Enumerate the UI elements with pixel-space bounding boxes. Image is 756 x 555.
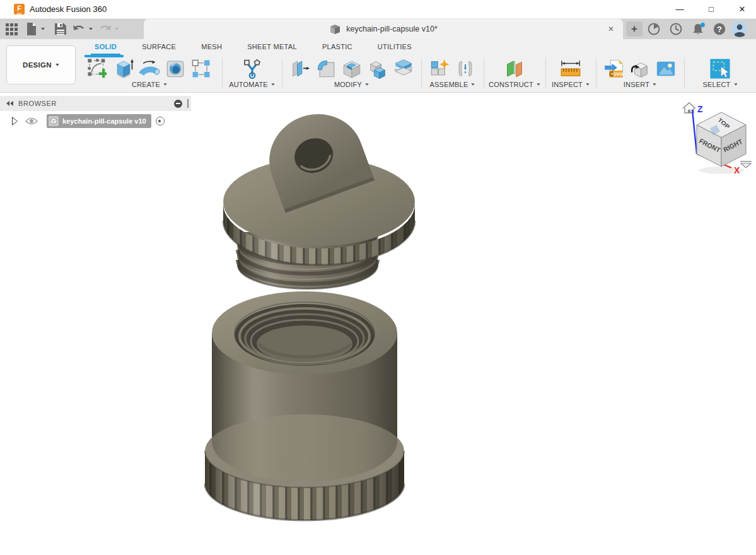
- logo-letter: F: [17, 4, 21, 12]
- minimize-button[interactable]: —: [666, 0, 694, 19]
- automate-icon: [241, 58, 263, 79]
- construct-plane-button[interactable]: [503, 57, 526, 80]
- redo-icon: [98, 23, 112, 35]
- z-axis-label: Z: [697, 104, 703, 114]
- joint-icon: [455, 58, 476, 79]
- save-button[interactable]: [53, 21, 68, 37]
- title-bar: F360 Autodesk Fusion 360 — □ ✕: [0, 0, 756, 19]
- app-grid-icon[interactable]: [4, 21, 19, 37]
- maximize-button[interactable]: □: [697, 0, 725, 19]
- tab-plastic[interactable]: PLASTIC: [310, 39, 365, 56]
- group-insert-label[interactable]: INSERT: [624, 81, 649, 88]
- ribbon-tab-bar: SOLID SURFACE MESH SHEET METAL PLASTIC U…: [82, 39, 424, 56]
- extensions-button[interactable]: [647, 22, 661, 36]
- job-status-button[interactable]: [669, 22, 683, 36]
- notifications-button[interactable]: [691, 22, 705, 36]
- group-select-label[interactable]: SELECT: [703, 81, 731, 88]
- hole-icon: [165, 58, 186, 79]
- group-create: CREATE: [77, 56, 222, 92]
- model-canvas[interactable]: BROWSER keychain-pill-capsule v10: [0, 93, 756, 555]
- hole-button[interactable]: [164, 57, 187, 80]
- tab-utilities[interactable]: UTILITIES: [365, 39, 424, 56]
- combine-button[interactable]: [366, 57, 389, 80]
- group-inspect-label[interactable]: INSPECT: [552, 81, 583, 88]
- redo-caret[interactable]: [113, 21, 120, 37]
- undo-caret[interactable]: [87, 21, 95, 37]
- tab-solid[interactable]: SOLID: [82, 39, 129, 56]
- panel-collapse-icon[interactable]: [6, 101, 13, 106]
- svg-text:?: ?: [717, 25, 722, 34]
- derive-button[interactable]: [629, 57, 651, 80]
- extrude-icon: [113, 58, 134, 79]
- fusion360-window: F360 Autodesk Fusion 360 — □ ✕: [0, 0, 756, 555]
- new-component-icon: [429, 58, 450, 79]
- split-body-icon: [393, 58, 414, 79]
- revolve-button[interactable]: [138, 57, 161, 80]
- model-body[interactable]: [205, 291, 404, 520]
- view-cube[interactable]: Z X TOP FRONT RIGHT: [676, 96, 756, 177]
- document-tab[interactable]: keychain-pill-capsule v10* ✕: [144, 19, 623, 39]
- browser-header: BROWSER: [0, 96, 191, 111]
- redo-button[interactable]: [98, 21, 113, 37]
- model-cap[interactable]: [223, 101, 415, 289]
- model-3d-view[interactable]: [0, 93, 756, 555]
- split-body-button[interactable]: [392, 57, 415, 80]
- quick-access-bar: keychain-pill-capsule v10* ✕ +: [0, 19, 756, 39]
- press-pull-button[interactable]: [289, 57, 311, 80]
- shell-icon: [341, 58, 363, 79]
- create-sketch-button[interactable]: [86, 57, 109, 80]
- component-item-chip[interactable]: keychain-pill-capsule v10: [47, 114, 151, 128]
- user-avatar[interactable]: [731, 21, 748, 37]
- fusion-logo-icon: F360: [14, 4, 25, 15]
- select-button[interactable]: [709, 57, 731, 80]
- expand-caret-icon[interactable]: [13, 117, 18, 125]
- extrude-button[interactable]: [112, 57, 135, 80]
- fillet-button[interactable]: [315, 57, 337, 80]
- tab-surface[interactable]: SURFACE: [129, 39, 189, 56]
- insert-svg-icon: SVG: [603, 58, 625, 79]
- avatar-icon: [731, 21, 748, 37]
- press-pull-icon: [289, 58, 311, 79]
- component-item-label: keychain-pill-capsule v10: [62, 117, 146, 125]
- group-construct-label[interactable]: CONSTRUCT: [489, 81, 533, 88]
- new-component-button[interactable]: [428, 57, 451, 80]
- new-tab-button[interactable]: +: [626, 21, 643, 37]
- fillet-icon: [315, 58, 337, 79]
- insert-svg-button[interactable]: SVG: [603, 57, 625, 80]
- visibility-eye-icon[interactable]: [25, 117, 38, 126]
- canvas-button[interactable]: [654, 57, 677, 80]
- automate-button[interactable]: [241, 57, 264, 80]
- joint-button[interactable]: [454, 57, 477, 80]
- panel-remove-icon[interactable]: [174, 100, 182, 108]
- group-modify-label[interactable]: MODIFY: [334, 81, 362, 88]
- pattern-button[interactable]: [190, 57, 212, 80]
- insert-derive-icon: [629, 58, 651, 79]
- document-cube-icon: [329, 24, 341, 35]
- group-create-label[interactable]: CREATE: [132, 81, 160, 88]
- group-select: SELECT: [684, 56, 756, 92]
- file-icon: [26, 23, 37, 35]
- group-assemble: ASSEMBLE: [421, 56, 484, 92]
- revolve-icon: [139, 58, 160, 79]
- tab-mesh[interactable]: MESH: [189, 39, 235, 56]
- viewcube-menu-icon[interactable]: [740, 161, 752, 168]
- browser-title: BROWSER: [18, 100, 174, 107]
- group-assemble-label[interactable]: ASSEMBLE: [430, 81, 468, 88]
- measure-button[interactable]: [558, 57, 583, 80]
- shell-button[interactable]: [340, 57, 363, 80]
- browser-tree-item[interactable]: keychain-pill-capsule v10: [0, 114, 165, 129]
- component-cube-icon: [49, 116, 59, 126]
- undo-button[interactable]: [71, 21, 86, 37]
- file-menu-caret[interactable]: [39, 21, 47, 37]
- select-icon: [709, 58, 731, 79]
- close-button[interactable]: ✕: [728, 0, 756, 19]
- home-icon[interactable]: [683, 103, 695, 113]
- tab-sheet-metal[interactable]: SHEET METAL: [235, 39, 310, 56]
- group-modify: MODIFY: [282, 56, 421, 92]
- activate-component-radio[interactable]: [156, 117, 165, 126]
- panel-resize-handle[interactable]: [187, 99, 189, 108]
- tab-close-icon[interactable]: ✕: [605, 23, 617, 35]
- help-button[interactable]: ?: [712, 22, 726, 36]
- group-automate-label[interactable]: AUTOMATE: [229, 81, 268, 88]
- file-menu-button[interactable]: [24, 21, 39, 37]
